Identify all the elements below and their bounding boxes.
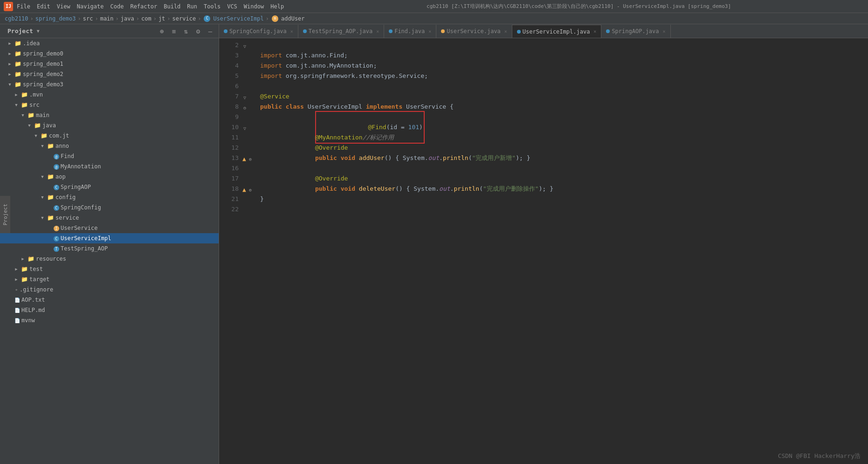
tree-item-aoptxt[interactable]: 📄 AOP.txt (0, 295, 219, 305)
menu-view[interactable]: View (57, 3, 70, 10)
gutter-line-blank11 (242, 204, 255, 215)
settings-icon[interactable]: ⚙ (193, 27, 203, 36)
tree-item-test[interactable]: ▶ 📁 test (0, 264, 219, 274)
fold-icon-5: ▽ (243, 42, 246, 52)
tree-item-helpmd[interactable]: 📄 HELP.md (0, 305, 219, 315)
crumb-src[interactable]: src (83, 15, 93, 22)
tab-close-userserviceimpl[interactable]: × (593, 29, 596, 34)
tab-userserviceimpl[interactable]: UserServiceImpl.java × (512, 25, 602, 38)
code-line-13: public void addUser() { System.out.print… (260, 153, 863, 163)
crumb-adduser[interactable]: addUser (281, 15, 305, 22)
crumb-service[interactable]: service (172, 15, 196, 22)
tree-item-resources[interactable]: ▶ 📁 resources (0, 254, 219, 264)
menu-refactor[interactable]: Refactor (130, 3, 157, 10)
tab-testspring[interactable]: TestSpring_AOP.java × (298, 25, 384, 38)
menu-window[interactable]: Window (244, 3, 264, 10)
tree-item-java[interactable]: ▼ 📁 java (0, 120, 219, 131)
method-println-13: println (443, 154, 468, 161)
tree-item-demo2[interactable]: ▶ 📁 spring_demo2 (0, 69, 219, 79)
tree-item-userservice[interactable]: I UserService (0, 223, 219, 233)
tab-find[interactable]: Find.java × (384, 25, 436, 38)
crumb-cgb2110[interactable]: cgb2110 (5, 15, 28, 22)
filter-icon[interactable]: ⇅ (181, 27, 191, 36)
scope-icon[interactable]: ⊕ (157, 27, 166, 36)
tree-item-service[interactable]: ▼ 📁 service (0, 213, 219, 223)
code-content[interactable]: import com.jt.anno.Find; import com.jt.a… (255, 40, 868, 462)
menu-edit[interactable]: Edit (37, 3, 50, 10)
menu-code[interactable]: Code (110, 3, 124, 10)
gutter-line-blank1 (242, 50, 255, 61)
menu-run[interactable]: Run (187, 3, 197, 10)
tab-close-find[interactable]: × (428, 29, 431, 34)
tab-close-testspring[interactable]: × (376, 29, 379, 34)
tree-item-aop[interactable]: ▼ 📁 aop (0, 172, 219, 182)
parens-18: () { System. (395, 185, 439, 192)
code-editor[interactable]: 2 3 4 5 6 7 8 9 10 11 12 13 16 17 18 21 … (219, 38, 868, 464)
tab-userservice[interactable]: UserService.java × (436, 25, 512, 38)
warning-icon-18: ▲ (242, 185, 246, 195)
tab-close-springaop[interactable]: × (663, 29, 666, 34)
tree-arrow-resources: ▶ (20, 256, 26, 262)
sort-icon[interactable]: ≡ (169, 27, 179, 36)
tree-item-gitignore[interactable]: ⚬ .gitignore (0, 284, 219, 295)
crumb-userserviceimpl[interactable]: UserServiceImpl (213, 15, 263, 22)
crumb-jt[interactable]: jt (158, 15, 165, 22)
tree-arrow-myannotation (46, 163, 52, 170)
gutter-line-blank4 (242, 81, 255, 91)
folder-icon-main: 📁 (28, 112, 34, 118)
tree-label-springaop: SpringAOP (61, 184, 91, 190)
gutter-line-blank6 (242, 132, 255, 143)
tree-item-comjt[interactable]: ▼ 📁 com.jt (0, 131, 219, 141)
tab-close-userservice[interactable]: × (504, 29, 507, 34)
crumb-java[interactable]: java (121, 15, 134, 22)
tree-label-config: config (55, 194, 76, 201)
tab-springaop[interactable]: SpringAOP.java × (601, 25, 670, 38)
kw-public-18: public (315, 185, 341, 192)
tab-springconfig[interactable]: SpringConfig.java × (219, 25, 298, 38)
tree-item-mvnw[interactable]: 📄 mvnw (0, 315, 219, 325)
menu-build[interactable]: Build (164, 3, 180, 10)
file-icon-userservice: I (54, 225, 59, 232)
tab-close-springconfig[interactable]: × (290, 29, 293, 34)
menu-navigate[interactable]: Navigate (77, 3, 104, 10)
tree-item-userserviceimpl[interactable]: C UserServiceImpl (0, 233, 219, 243)
project-tree-header[interactable]: Project ▼ (4, 25, 43, 38)
menu-tools[interactable]: Tools (204, 3, 220, 10)
watermark: CSDN @FBI HackerHarry浩 (778, 452, 861, 460)
tree-item-myannotation[interactable]: @ MyAnnotation (0, 161, 219, 172)
tree-item-idea[interactable]: ▶ 📁 .idea (0, 38, 219, 48)
menu-help[interactable]: Help (270, 3, 284, 10)
tree-item-find[interactable]: @ Find (0, 151, 219, 161)
code-line-7: @Service (260, 91, 863, 102)
tree-item-target[interactable]: ▶ 📁 target (0, 274, 219, 284)
project-label: Project (7, 28, 33, 35)
menu-vcs[interactable]: VCS (227, 3, 237, 10)
tree-item-src[interactable]: ▼ 📁 src (0, 100, 219, 110)
project-sidebar-toggle[interactable]: Project (0, 196, 10, 233)
dropdown-arrow-icon: ▼ (37, 28, 40, 34)
tree-item-springconfig[interactable]: C SpringConfig (0, 202, 219, 213)
folder-icon-resources: 📁 (28, 256, 34, 262)
crumb-main[interactable]: main (100, 15, 114, 22)
tree-item-demo0[interactable]: ▶ 📁 spring_demo0 (0, 48, 219, 59)
tree-item-anno[interactable]: ▼ 📁 anno (0, 141, 219, 151)
method-adduser: addUser (359, 154, 385, 161)
menu-file[interactable]: File (17, 3, 30, 10)
tree-item-testspring[interactable]: T TestSpring_AOP (0, 243, 219, 254)
crumb-com[interactable]: com (141, 15, 152, 22)
gutter-line-7: ▽ (242, 91, 255, 102)
warning-icon-13: ▲ (242, 154, 246, 164)
code-line-18: public void deleteUser() { System.out.pr… (260, 184, 863, 194)
crumb-class-icon: C (204, 15, 210, 22)
tree-item-demo1[interactable]: ▶ 📁 spring_demo1 (0, 59, 219, 69)
tree-item-mvn[interactable]: ▶ 📁 .mvn (0, 90, 219, 100)
tree-item-main[interactable]: ▼ 📁 main (0, 110, 219, 120)
hide-icon[interactable]: — (206, 27, 215, 36)
tree-item-config[interactable]: ▼ 📁 config (0, 192, 219, 202)
menu-bar[interactable]: File Edit View Navigate Code Refactor Bu… (17, 3, 284, 10)
tree-item-springaop[interactable]: C SpringAOP (0, 182, 219, 192)
crumb-spring-demo3[interactable]: spring_demo3 (35, 15, 76, 22)
fold-icon-18: ⊕ (249, 185, 252, 195)
tree-arrow-demo1: ▶ (7, 61, 13, 67)
tree-item-demo3[interactable]: ▼ 📁 spring_demo3 (0, 79, 219, 90)
